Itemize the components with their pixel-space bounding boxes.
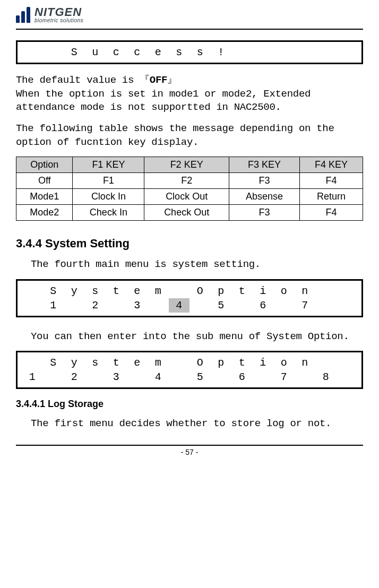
table-cell: Clock Out bbox=[144, 189, 229, 205]
lcd-cell: e bbox=[127, 356, 148, 370]
table-header: F2 KEY bbox=[144, 157, 229, 173]
table-cell: F3 bbox=[229, 173, 299, 189]
table-header: F3 KEY bbox=[229, 157, 299, 173]
lcd-cell bbox=[43, 370, 64, 384]
lcd-cell: 5 bbox=[211, 298, 232, 313]
lcd-cell: m bbox=[148, 284, 169, 298]
header-divider bbox=[16, 29, 363, 30]
header: NITGEN biometric solutions bbox=[16, 6, 363, 27]
lcd-cell: s bbox=[169, 45, 190, 59]
table-cell: Return bbox=[300, 189, 363, 205]
table-cell: F3 bbox=[229, 205, 299, 221]
lcd-cell: t bbox=[231, 284, 253, 298]
lcd-cell bbox=[315, 45, 337, 59]
paragraph-submenu: You can then enter into the sub menu of … bbox=[16, 330, 363, 344]
lcd-cell: t bbox=[106, 356, 127, 370]
lcd-cell bbox=[64, 298, 85, 313]
lcd-cell bbox=[253, 370, 274, 384]
system-option-display-1: System Option 1 2 3 4 5 6 7 bbox=[16, 279, 363, 317]
lcd-cell: o bbox=[273, 356, 295, 370]
lcd-row: 1 2 3 4 5 6 7 bbox=[22, 298, 357, 313]
table-cell: F4 bbox=[300, 173, 363, 189]
lcd-cell: 3 bbox=[127, 298, 148, 313]
table-cell: Check Out bbox=[144, 205, 229, 221]
page: NITGEN biometric solutions Success! The … bbox=[0, 0, 379, 463]
lcd-cell bbox=[253, 45, 274, 59]
lcd-row: Success! bbox=[22, 45, 357, 59]
logo-icon bbox=[16, 7, 30, 23]
table-row: OffF1F2F3F4 bbox=[16, 173, 363, 189]
paragraph-table-intro: The following table shows the message de… bbox=[16, 122, 363, 149]
lcd-cell bbox=[85, 370, 106, 384]
subsection-heading-log-storage: 3.4.4.1 Log Storage bbox=[16, 399, 363, 410]
paragraph-log-storage: The first menu decides whether to store … bbox=[16, 417, 363, 431]
lcd-cell bbox=[337, 298, 358, 313]
logo-tagline: biometric solutions bbox=[35, 18, 83, 23]
text: The default value is 『 bbox=[16, 74, 150, 86]
lcd-cell: S bbox=[64, 45, 85, 59]
table-header: F4 KEY bbox=[300, 157, 363, 173]
table-row: Mode2Check InCheck OutF3F4 bbox=[16, 205, 363, 221]
table-cell: Check In bbox=[73, 205, 144, 221]
lcd-cell bbox=[148, 298, 169, 313]
lcd-cell: 4 bbox=[169, 298, 190, 313]
lcd-cell: 8 bbox=[315, 370, 337, 384]
lcd-cell: e bbox=[127, 284, 148, 298]
lcd-cell bbox=[22, 298, 43, 313]
lcd-cell bbox=[106, 298, 127, 313]
lcd-cell: s bbox=[85, 284, 106, 298]
lcd-cell: o bbox=[273, 284, 295, 298]
lcd-cell bbox=[43, 45, 64, 59]
lcd-cell bbox=[127, 370, 148, 384]
lcd-cell bbox=[22, 356, 43, 370]
lcd-cell: 2 bbox=[64, 370, 85, 384]
lcd-cell: S bbox=[43, 284, 64, 298]
lcd-cell bbox=[169, 370, 190, 384]
lcd-cell: 1 bbox=[22, 370, 43, 384]
lcd-cell: t bbox=[106, 284, 127, 298]
lcd-cell: ! bbox=[211, 45, 232, 59]
lcd-cell: s bbox=[190, 45, 211, 59]
text: 』 bbox=[167, 74, 177, 86]
paragraph-default-value: The default value is 『OFF』 When the opti… bbox=[16, 74, 363, 115]
lcd-cell bbox=[295, 45, 316, 59]
lcd-cell: c bbox=[127, 45, 148, 59]
lcd-cell: S bbox=[43, 356, 64, 370]
lcd-cell bbox=[315, 284, 337, 298]
section-heading-system-setting: 3.4.4 System Setting bbox=[16, 237, 363, 250]
table-header: F1 KEY bbox=[73, 157, 144, 173]
lcd-cell bbox=[315, 298, 337, 313]
lcd-row: System Option bbox=[22, 356, 357, 370]
lcd-cell bbox=[231, 298, 253, 313]
lcd-cell: s bbox=[85, 356, 106, 370]
table-cell: F2 bbox=[144, 173, 229, 189]
lcd-cell: i bbox=[253, 284, 274, 298]
lcd-cell: p bbox=[211, 356, 232, 370]
lcd-cell: 6 bbox=[253, 298, 274, 313]
lcd-cell: n bbox=[295, 284, 316, 298]
text-bold: OFF bbox=[150, 74, 167, 86]
lcd-cell: 7 bbox=[273, 370, 295, 384]
lcd-cell bbox=[295, 370, 316, 384]
lcd-cell bbox=[337, 284, 358, 298]
lcd-cell: 1 bbox=[43, 298, 64, 313]
lcd-cell bbox=[273, 298, 295, 313]
lcd-cell bbox=[22, 284, 43, 298]
lcd-cell: y bbox=[64, 356, 85, 370]
page-number: - 57 - bbox=[16, 448, 363, 456]
lcd-cell: O bbox=[190, 356, 211, 370]
lcd-cell bbox=[211, 370, 232, 384]
footer-divider bbox=[16, 445, 363, 446]
table-header: Option bbox=[16, 157, 73, 173]
lcd-cell bbox=[337, 45, 358, 59]
lcd-cell: u bbox=[85, 45, 106, 59]
lcd-cell bbox=[190, 298, 211, 313]
lcd-cell bbox=[231, 45, 253, 59]
lcd-row: System Option bbox=[22, 284, 357, 298]
lcd-cell bbox=[169, 356, 190, 370]
lcd-cell: p bbox=[211, 284, 232, 298]
lcd-cell: c bbox=[106, 45, 127, 59]
system-option-display-2: System Option 1 2 3 4 5 6 7 8 bbox=[16, 351, 363, 389]
lcd-cell: n bbox=[295, 356, 316, 370]
lcd-cell: 6 bbox=[231, 370, 253, 384]
